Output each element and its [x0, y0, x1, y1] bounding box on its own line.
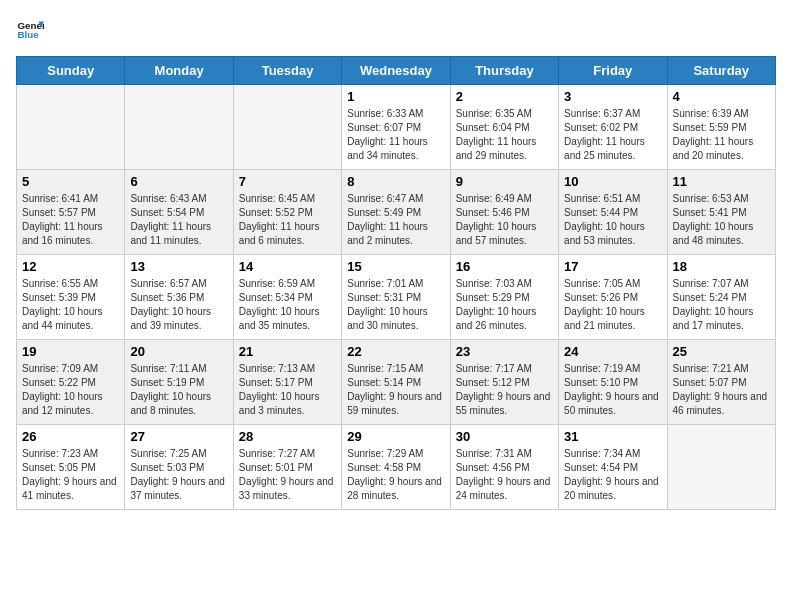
calendar-cell: 13Sunrise: 6:57 AM Sunset: 5:36 PM Dayli…: [125, 255, 233, 340]
day-number: 22: [347, 344, 444, 359]
day-number: 14: [239, 259, 336, 274]
day-info: Sunrise: 6:33 AM Sunset: 6:07 PM Dayligh…: [347, 107, 444, 163]
day-number: 28: [239, 429, 336, 444]
day-info: Sunrise: 7:17 AM Sunset: 5:12 PM Dayligh…: [456, 362, 553, 418]
day-number: 20: [130, 344, 227, 359]
calendar-week-row: 19Sunrise: 7:09 AM Sunset: 5:22 PM Dayli…: [17, 340, 776, 425]
weekday-header-thursday: Thursday: [450, 57, 558, 85]
calendar-cell: 21Sunrise: 7:13 AM Sunset: 5:17 PM Dayli…: [233, 340, 341, 425]
calendar-cell: [667, 425, 775, 510]
calendar-cell: 17Sunrise: 7:05 AM Sunset: 5:26 PM Dayli…: [559, 255, 667, 340]
calendar-cell: 3Sunrise: 6:37 AM Sunset: 6:02 PM Daylig…: [559, 85, 667, 170]
calendar-cell: 26Sunrise: 7:23 AM Sunset: 5:05 PM Dayli…: [17, 425, 125, 510]
calendar-cell: 14Sunrise: 6:59 AM Sunset: 5:34 PM Dayli…: [233, 255, 341, 340]
day-number: 11: [673, 174, 770, 189]
day-number: 1: [347, 89, 444, 104]
calendar-cell: 16Sunrise: 7:03 AM Sunset: 5:29 PM Dayli…: [450, 255, 558, 340]
day-info: Sunrise: 7:01 AM Sunset: 5:31 PM Dayligh…: [347, 277, 444, 333]
day-info: Sunrise: 6:45 AM Sunset: 5:52 PM Dayligh…: [239, 192, 336, 248]
day-info: Sunrise: 7:05 AM Sunset: 5:26 PM Dayligh…: [564, 277, 661, 333]
calendar-cell: 22Sunrise: 7:15 AM Sunset: 5:14 PM Dayli…: [342, 340, 450, 425]
day-number: 13: [130, 259, 227, 274]
calendar-table: SundayMondayTuesdayWednesdayThursdayFrid…: [16, 56, 776, 510]
day-info: Sunrise: 6:59 AM Sunset: 5:34 PM Dayligh…: [239, 277, 336, 333]
weekday-header-friday: Friday: [559, 57, 667, 85]
weekday-header-row: SundayMondayTuesdayWednesdayThursdayFrid…: [17, 57, 776, 85]
day-number: 26: [22, 429, 119, 444]
day-info: Sunrise: 6:41 AM Sunset: 5:57 PM Dayligh…: [22, 192, 119, 248]
day-number: 6: [130, 174, 227, 189]
day-info: Sunrise: 7:27 AM Sunset: 5:01 PM Dayligh…: [239, 447, 336, 503]
calendar-cell: 31Sunrise: 7:34 AM Sunset: 4:54 PM Dayli…: [559, 425, 667, 510]
day-number: 7: [239, 174, 336, 189]
logo-icon: General Blue: [16, 16, 44, 44]
day-number: 25: [673, 344, 770, 359]
calendar-cell: 19Sunrise: 7:09 AM Sunset: 5:22 PM Dayli…: [17, 340, 125, 425]
day-info: Sunrise: 7:03 AM Sunset: 5:29 PM Dayligh…: [456, 277, 553, 333]
day-number: 16: [456, 259, 553, 274]
day-number: 29: [347, 429, 444, 444]
day-number: 15: [347, 259, 444, 274]
day-info: Sunrise: 6:39 AM Sunset: 5:59 PM Dayligh…: [673, 107, 770, 163]
calendar-cell: 6Sunrise: 6:43 AM Sunset: 5:54 PM Daylig…: [125, 170, 233, 255]
calendar-cell: 28Sunrise: 7:27 AM Sunset: 5:01 PM Dayli…: [233, 425, 341, 510]
day-info: Sunrise: 6:49 AM Sunset: 5:46 PM Dayligh…: [456, 192, 553, 248]
day-number: 21: [239, 344, 336, 359]
calendar-cell: [17, 85, 125, 170]
calendar-cell: 27Sunrise: 7:25 AM Sunset: 5:03 PM Dayli…: [125, 425, 233, 510]
header: General Blue: [16, 16, 776, 44]
logo: General Blue: [16, 16, 44, 44]
day-number: 8: [347, 174, 444, 189]
day-info: Sunrise: 6:53 AM Sunset: 5:41 PM Dayligh…: [673, 192, 770, 248]
calendar-cell: 18Sunrise: 7:07 AM Sunset: 5:24 PM Dayli…: [667, 255, 775, 340]
calendar-body: 1Sunrise: 6:33 AM Sunset: 6:07 PM Daylig…: [17, 85, 776, 510]
day-info: Sunrise: 6:51 AM Sunset: 5:44 PM Dayligh…: [564, 192, 661, 248]
calendar-cell: 9Sunrise: 6:49 AM Sunset: 5:46 PM Daylig…: [450, 170, 558, 255]
calendar-week-row: 5Sunrise: 6:41 AM Sunset: 5:57 PM Daylig…: [17, 170, 776, 255]
day-info: Sunrise: 6:57 AM Sunset: 5:36 PM Dayligh…: [130, 277, 227, 333]
day-info: Sunrise: 7:13 AM Sunset: 5:17 PM Dayligh…: [239, 362, 336, 418]
day-info: Sunrise: 7:15 AM Sunset: 5:14 PM Dayligh…: [347, 362, 444, 418]
weekday-header-monday: Monday: [125, 57, 233, 85]
day-number: 24: [564, 344, 661, 359]
calendar-cell: 25Sunrise: 7:21 AM Sunset: 5:07 PM Dayli…: [667, 340, 775, 425]
day-info: Sunrise: 7:07 AM Sunset: 5:24 PM Dayligh…: [673, 277, 770, 333]
day-number: 12: [22, 259, 119, 274]
day-info: Sunrise: 6:35 AM Sunset: 6:04 PM Dayligh…: [456, 107, 553, 163]
calendar-week-row: 12Sunrise: 6:55 AM Sunset: 5:39 PM Dayli…: [17, 255, 776, 340]
day-info: Sunrise: 7:19 AM Sunset: 5:10 PM Dayligh…: [564, 362, 661, 418]
day-number: 30: [456, 429, 553, 444]
calendar-cell: [233, 85, 341, 170]
weekday-header-sunday: Sunday: [17, 57, 125, 85]
day-info: Sunrise: 7:21 AM Sunset: 5:07 PM Dayligh…: [673, 362, 770, 418]
calendar-cell: [125, 85, 233, 170]
day-number: 4: [673, 89, 770, 104]
calendar-cell: 12Sunrise: 6:55 AM Sunset: 5:39 PM Dayli…: [17, 255, 125, 340]
calendar-cell: 24Sunrise: 7:19 AM Sunset: 5:10 PM Dayli…: [559, 340, 667, 425]
calendar-cell: 29Sunrise: 7:29 AM Sunset: 4:58 PM Dayli…: [342, 425, 450, 510]
calendar-cell: 1Sunrise: 6:33 AM Sunset: 6:07 PM Daylig…: [342, 85, 450, 170]
day-number: 31: [564, 429, 661, 444]
day-info: Sunrise: 6:43 AM Sunset: 5:54 PM Dayligh…: [130, 192, 227, 248]
day-info: Sunrise: 6:47 AM Sunset: 5:49 PM Dayligh…: [347, 192, 444, 248]
day-number: 17: [564, 259, 661, 274]
day-info: Sunrise: 7:29 AM Sunset: 4:58 PM Dayligh…: [347, 447, 444, 503]
day-number: 19: [22, 344, 119, 359]
calendar-cell: 30Sunrise: 7:31 AM Sunset: 4:56 PM Dayli…: [450, 425, 558, 510]
day-info: Sunrise: 7:25 AM Sunset: 5:03 PM Dayligh…: [130, 447, 227, 503]
day-info: Sunrise: 7:31 AM Sunset: 4:56 PM Dayligh…: [456, 447, 553, 503]
weekday-header-wednesday: Wednesday: [342, 57, 450, 85]
svg-text:Blue: Blue: [17, 29, 39, 40]
calendar-week-row: 1Sunrise: 6:33 AM Sunset: 6:07 PM Daylig…: [17, 85, 776, 170]
calendar-cell: 2Sunrise: 6:35 AM Sunset: 6:04 PM Daylig…: [450, 85, 558, 170]
calendar-cell: 20Sunrise: 7:11 AM Sunset: 5:19 PM Dayli…: [125, 340, 233, 425]
weekday-header-tuesday: Tuesday: [233, 57, 341, 85]
day-info: Sunrise: 6:37 AM Sunset: 6:02 PM Dayligh…: [564, 107, 661, 163]
day-number: 2: [456, 89, 553, 104]
day-info: Sunrise: 7:23 AM Sunset: 5:05 PM Dayligh…: [22, 447, 119, 503]
day-number: 5: [22, 174, 119, 189]
calendar-cell: 4Sunrise: 6:39 AM Sunset: 5:59 PM Daylig…: [667, 85, 775, 170]
calendar-cell: 7Sunrise: 6:45 AM Sunset: 5:52 PM Daylig…: [233, 170, 341, 255]
calendar-cell: 5Sunrise: 6:41 AM Sunset: 5:57 PM Daylig…: [17, 170, 125, 255]
day-number: 23: [456, 344, 553, 359]
